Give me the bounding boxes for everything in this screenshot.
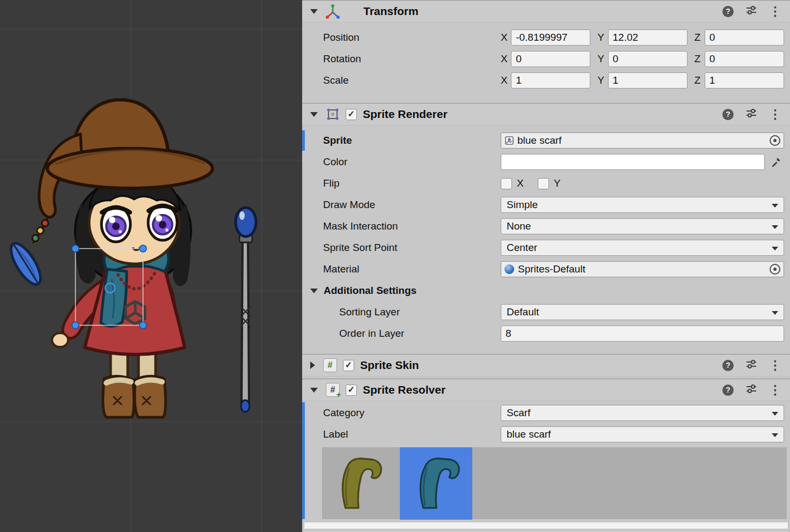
sprite-resolver-title: Sprite Resolver: [363, 383, 445, 396]
scene-canvas[interactable]: [0, 0, 302, 532]
foldout-open-icon[interactable]: [310, 289, 318, 293]
object-picker-icon[interactable]: [770, 135, 780, 146]
sprite-skin-header[interactable]: # Sprite Skin ? ⋮: [302, 354, 790, 376]
position-x-field[interactable]: [511, 29, 590, 46]
order-in-layer-field[interactable]: [501, 326, 784, 342]
flip-x-label: X: [517, 178, 524, 189]
horizontal-scrollbar[interactable]: [304, 522, 788, 529]
script-plus-icon: #+: [325, 382, 340, 397]
sprite-sort-point-dropdown[interactable]: Center: [501, 240, 784, 256]
scale-z-field[interactable]: [705, 72, 784, 88]
sprite-resolver-enabled-checkbox[interactable]: [346, 385, 357, 396]
rotation-y-field[interactable]: [608, 51, 687, 67]
help-icon[interactable]: ?: [722, 109, 734, 120]
draw-mode-row: Draw Mode Simple: [302, 194, 790, 216]
foldout-open-icon[interactable]: [310, 388, 318, 393]
sprite-resolver-header[interactable]: #+ Sprite Resolver ? ⋮: [302, 379, 790, 401]
more-menu-icon[interactable]: ⋮: [769, 5, 781, 18]
help-icon[interactable]: ?: [722, 385, 734, 396]
position-fields: X Y Z: [501, 29, 784, 46]
color-row: Color: [302, 151, 790, 173]
flip-label: Flip: [323, 178, 501, 189]
material-object-field[interactable]: Sprites-Default: [501, 261, 784, 277]
position-z-field[interactable]: [705, 29, 784, 46]
prefab-override-bar: [302, 402, 305, 519]
presets-icon[interactable]: [745, 4, 757, 19]
x-axis-label: X: [501, 53, 511, 65]
sprite-object-field[interactable]: blue scarf: [501, 132, 784, 149]
rotation-z-field[interactable]: [705, 51, 784, 67]
mask-interaction-label: Mask Interaction: [323, 220, 501, 232]
category-row: Category Scarf: [302, 402, 790, 424]
z-axis-label: Z: [694, 75, 705, 86]
z-axis-label: Z: [694, 53, 705, 65]
sprite-renderer-icon: [325, 107, 340, 122]
transform-icon: [325, 4, 340, 19]
additional-settings-row[interactable]: Additional Settings: [302, 280, 790, 301]
prefab-override-bar: [302, 130, 305, 151]
presets-icon[interactable]: [745, 383, 757, 397]
rotation-x-field[interactable]: [511, 51, 590, 67]
more-menu-icon[interactable]: ⋮: [769, 108, 781, 121]
sprite-row: Sprite blue scarf: [302, 130, 790, 151]
flip-row: Flip X Y: [302, 173, 790, 194]
sprite-sort-point-row: Sprite Sort Point Center: [302, 237, 790, 258]
help-icon[interactable]: ?: [722, 6, 734, 17]
more-menu-icon[interactable]: ⋮: [769, 359, 781, 372]
rotation-row: Rotation X Y Z: [302, 48, 790, 70]
foldout-open-icon[interactable]: [310, 112, 318, 117]
presets-icon[interactable]: [745, 107, 757, 122]
sprite-skin-title: Sprite Skin: [360, 359, 419, 372]
sorting-layer-dropdown[interactable]: Default: [501, 304, 784, 320]
sprite-renderer-title: Sprite Renderer: [363, 108, 448, 121]
transform-title: Transform: [363, 5, 419, 18]
scene-view[interactable]: [0, 0, 302, 532]
eyedropper-icon[interactable]: [768, 154, 784, 170]
foldout-open-icon[interactable]: [310, 9, 318, 14]
draw-mode-label: Draw Mode: [323, 199, 501, 211]
material-sphere-icon: [504, 264, 514, 274]
scale-y-field[interactable]: [608, 72, 687, 88]
transform-body: Position X Y Z Rotation X Y Z Scale X: [302, 23, 790, 94]
label-row: Label blue scarf: [302, 424, 790, 445]
label-dropdown[interactable]: blue scarf: [501, 426, 784, 442]
variant-thumb-blue-scarf[interactable]: [400, 447, 472, 520]
presets-icon[interactable]: [745, 358, 757, 373]
sprite-renderer-enabled-checkbox[interactable]: [346, 109, 357, 120]
y-axis-label: Y: [597, 75, 608, 86]
variant-thumb-green-scarf[interactable]: [322, 447, 394, 520]
draw-mode-dropdown[interactable]: Simple: [501, 197, 784, 213]
x-axis-label: X: [501, 75, 511, 86]
inspector-bottom-strip: [302, 519, 790, 532]
sorting-layer-value: Default: [507, 306, 539, 318]
mask-interaction-dropdown[interactable]: None: [501, 218, 784, 234]
object-picker-icon[interactable]: [770, 264, 780, 275]
sprite-sort-point-value: Center: [507, 242, 537, 254]
flip-y-checkbox[interactable]: [538, 178, 549, 189]
mask-interaction-value: None: [507, 220, 531, 232]
scale-fields: X Y Z: [501, 72, 784, 88]
foldout-closed-icon[interactable]: [310, 361, 315, 369]
material-label: Material: [323, 263, 501, 275]
position-y-field[interactable]: [608, 29, 687, 46]
help-icon[interactable]: ?: [722, 360, 734, 371]
flip-x-checkbox[interactable]: [501, 178, 512, 189]
flip-y-label: Y: [554, 178, 561, 189]
sprite-thumbnail-icon: [504, 136, 514, 145]
rotation-fields: X Y Z: [501, 51, 784, 67]
sprite-skin-enabled-checkbox[interactable]: [343, 360, 354, 371]
material-object-name: Sprites-Default: [518, 263, 770, 275]
y-axis-label: Y: [597, 32, 608, 43]
x-axis-label: X: [501, 32, 511, 43]
transform-header[interactable]: Transform ? ⋮: [302, 0, 790, 23]
position-label: Position: [323, 32, 501, 43]
color-swatch[interactable]: [501, 154, 765, 170]
category-dropdown[interactable]: Scarf: [501, 405, 784, 421]
material-row: Material Sprites-Default: [302, 258, 790, 280]
sprite-variant-strip: [322, 447, 787, 519]
sprite-renderer-header[interactable]: Sprite Renderer ? ⋮: [302, 103, 790, 125]
scale-x-field[interactable]: [511, 72, 590, 88]
more-menu-icon[interactable]: ⋮: [769, 384, 781, 396]
rotation-label: Rotation: [323, 53, 501, 65]
y-axis-label: Y: [597, 53, 608, 65]
